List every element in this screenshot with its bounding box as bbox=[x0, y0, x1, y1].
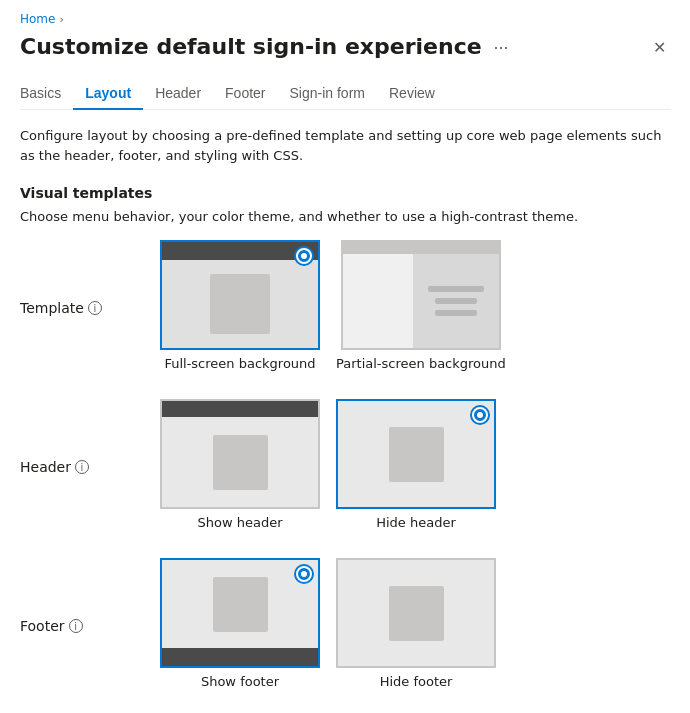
footer-hide-option[interactable]: Hide footer bbox=[336, 558, 496, 689]
tab-footer[interactable]: Footer bbox=[213, 77, 277, 109]
thumb-showfooter-bar bbox=[162, 648, 318, 666]
tabs-bar: Basics Layout Header Footer Sign-in form… bbox=[20, 77, 670, 110]
footer-show-card[interactable] bbox=[160, 558, 320, 668]
thumb-card-box bbox=[210, 274, 270, 334]
thumb-partial-left bbox=[343, 254, 413, 348]
header-show-option[interactable]: Show header bbox=[160, 399, 320, 530]
visual-templates-desc: Choose menu behavior, your color theme, … bbox=[20, 209, 670, 224]
template-partial-label: Partial-screen background bbox=[336, 356, 506, 371]
header-option-group: Header i Show header bbox=[20, 399, 670, 530]
thumb-hidefooter-card bbox=[389, 586, 444, 641]
partial-thumbnail bbox=[343, 242, 499, 348]
header-show-label: Show header bbox=[197, 515, 282, 530]
thumb-showfooter-body bbox=[162, 560, 318, 648]
template-partial-card[interactable] bbox=[341, 240, 501, 350]
thumb-hideheader-body bbox=[338, 401, 494, 507]
page-wrapper: Home › Customize default sign-in experie… bbox=[0, 0, 690, 713]
hidefooter-thumbnail bbox=[338, 560, 494, 666]
thumb-hidefooter-body bbox=[338, 560, 494, 666]
page-header: Customize default sign-in experience ···… bbox=[20, 34, 670, 61]
footer-show-option[interactable]: Show footer bbox=[160, 558, 320, 689]
tab-layout[interactable]: Layout bbox=[73, 77, 143, 109]
close-button[interactable]: ✕ bbox=[649, 34, 670, 61]
footer-show-label: Show footer bbox=[201, 674, 279, 689]
thumb-hideheader-card bbox=[389, 427, 444, 482]
header-hide-card[interactable] bbox=[336, 399, 496, 509]
template-fullscreen-card[interactable] bbox=[160, 240, 320, 350]
showfooter-thumbnail bbox=[162, 560, 318, 666]
thumb-header-bar bbox=[162, 242, 318, 260]
thumb-showheader-card bbox=[213, 435, 268, 490]
header-hide-label: Hide header bbox=[376, 515, 456, 530]
showheader-thumbnail bbox=[162, 401, 318, 507]
template-option-group: Template i Full-screen background bbox=[20, 240, 670, 371]
template-fullscreen-option[interactable]: Full-screen background bbox=[160, 240, 320, 371]
template-fullscreen-label: Full-screen background bbox=[164, 356, 315, 371]
thumb-line-1 bbox=[428, 286, 484, 292]
thumb-showheader-body bbox=[162, 417, 318, 507]
thumb-partial-right bbox=[413, 254, 499, 348]
footer-options-row: Show footer Hide footer bbox=[160, 558, 496, 689]
tab-basics[interactable]: Basics bbox=[20, 77, 73, 109]
thumb-partial-header bbox=[343, 242, 499, 254]
template-options-row: Full-screen background Partial-scr bbox=[160, 240, 506, 371]
hideheader-thumbnail bbox=[338, 401, 494, 507]
header-options-row: Show header Hide header bbox=[160, 399, 496, 530]
tab-header[interactable]: Header bbox=[143, 77, 213, 109]
breadcrumb-home[interactable]: Home bbox=[20, 12, 55, 26]
footer-hide-label: Hide footer bbox=[380, 674, 453, 689]
page-title-row: Customize default sign-in experience ··· bbox=[20, 34, 513, 59]
thumb-showheader-bar bbox=[162, 401, 318, 417]
fullscreen-thumbnail bbox=[162, 242, 318, 348]
footer-hide-card[interactable] bbox=[336, 558, 496, 668]
breadcrumb-separator: › bbox=[59, 13, 63, 26]
tab-review[interactable]: Review bbox=[377, 77, 447, 109]
footer-label: Footer i bbox=[20, 558, 160, 634]
header-show-card[interactable] bbox=[160, 399, 320, 509]
header-label: Header i bbox=[20, 399, 160, 475]
fullscreen-radio-selected bbox=[296, 248, 312, 264]
showfooter-radio-selected bbox=[296, 566, 312, 582]
breadcrumb: Home › bbox=[20, 12, 670, 26]
header-hide-option[interactable]: Hide header bbox=[336, 399, 496, 530]
footer-option-group: Footer i Show footer bbox=[20, 558, 670, 689]
footer-info-icon[interactable]: i bbox=[69, 619, 83, 633]
thumb-showfooter-card bbox=[213, 577, 268, 632]
header-info-icon[interactable]: i bbox=[75, 460, 89, 474]
thumb-line-2 bbox=[435, 298, 477, 304]
layout-description: Configure layout by choosing a pre-defin… bbox=[20, 126, 670, 165]
more-button[interactable]: ··· bbox=[490, 38, 513, 56]
visual-templates-title: Visual templates bbox=[20, 185, 670, 201]
thumb-line-3 bbox=[435, 310, 477, 316]
template-partial-option[interactable]: Partial-screen background bbox=[336, 240, 506, 371]
page-title: Customize default sign-in experience bbox=[20, 34, 482, 59]
tab-signin-form[interactable]: Sign-in form bbox=[278, 77, 377, 109]
hideheader-radio-selected bbox=[472, 407, 488, 423]
template-label: Template i bbox=[20, 240, 160, 316]
thumb-body bbox=[162, 260, 318, 348]
template-info-icon[interactable]: i bbox=[88, 301, 102, 315]
